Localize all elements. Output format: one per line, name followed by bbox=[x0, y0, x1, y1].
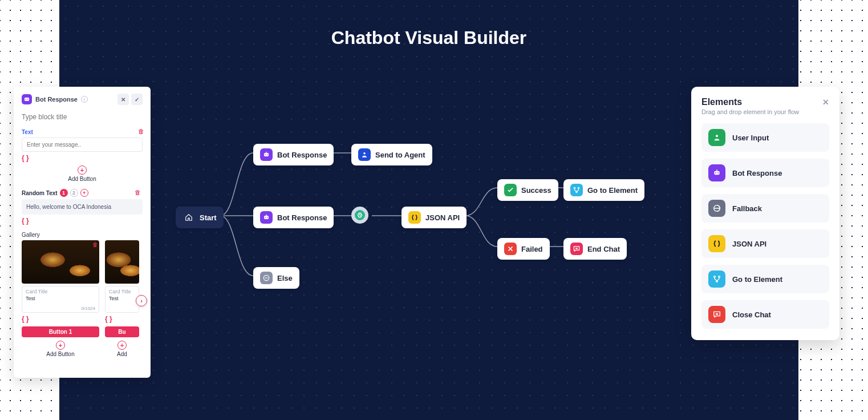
elements-subtitle: Drag and drop element in your flow bbox=[701, 108, 829, 115]
node-success[interactable]: Success bbox=[497, 179, 558, 201]
element-close-chat[interactable]: Close Chat bbox=[701, 300, 829, 329]
fallback-icon bbox=[708, 200, 725, 217]
random-variant-add[interactable]: + bbox=[80, 189, 88, 197]
node-failed[interactable]: Failed bbox=[497, 238, 550, 260]
variable-insert-icon[interactable]: { } bbox=[22, 315, 29, 323]
svg-point-15 bbox=[27, 99, 29, 100]
branch-icon bbox=[708, 270, 725, 288]
gallery-next-icon[interactable]: › bbox=[136, 295, 147, 306]
random-variant-1[interactable]: 1 bbox=[60, 189, 68, 197]
page-title: Chatbot Visual Builder bbox=[59, 27, 798, 49]
node-label: Bot Response bbox=[277, 213, 327, 222]
node-bot-response-1[interactable]: Bot Response bbox=[253, 144, 334, 165]
svg-rect-8 bbox=[266, 215, 266, 216]
svg-point-10 bbox=[574, 187, 575, 188]
node-label: Else bbox=[277, 274, 293, 282]
elements-title: Elements bbox=[701, 97, 742, 107]
svg-point-18 bbox=[715, 172, 716, 173]
bot-icon bbox=[260, 211, 273, 224]
add-button-label: Add Button bbox=[46, 351, 74, 357]
node-json-api[interactable]: JSON API bbox=[401, 207, 467, 228]
gallery-card-title: Card Title bbox=[109, 289, 135, 294]
trash-icon[interactable]: 🗑 bbox=[92, 241, 98, 248]
add-button-label: Add bbox=[117, 351, 127, 357]
close-button[interactable]: ✕ bbox=[117, 94, 129, 105]
svg-rect-17 bbox=[714, 171, 719, 175]
element-label: Bot Response bbox=[732, 169, 782, 177]
code-icon bbox=[408, 211, 421, 224]
gallery-card-text[interactable]: Test bbox=[26, 296, 95, 301]
node-label: JSON API bbox=[425, 213, 460, 222]
variable-insert-icon[interactable]: { } bbox=[22, 217, 29, 225]
message-input[interactable] bbox=[22, 138, 143, 152]
add-button-circle[interactable]: + bbox=[117, 341, 127, 350]
svg-point-7 bbox=[267, 217, 268, 218]
node-send-to-agent[interactable]: Send to Agent bbox=[351, 144, 432, 165]
char-counter: 0/1024 bbox=[26, 306, 95, 311]
svg-rect-0 bbox=[264, 153, 269, 156]
flow-canvas[interactable]: Chatbot Visual Builder Start bbox=[59, 0, 798, 420]
node-label: Go to Element bbox=[587, 186, 638, 195]
node-label: Send to Agent bbox=[375, 151, 425, 159]
gallery-card-2[interactable]: › Card Title Test { } Bu + Add bbox=[105, 240, 139, 357]
variable-insert-icon[interactable]: { } bbox=[22, 154, 29, 162]
add-button-label: Add Button bbox=[68, 176, 96, 182]
close-icon[interactable]: ✕ bbox=[822, 98, 829, 107]
editor-header-title: Bot Response bbox=[35, 96, 78, 103]
element-user-input[interactable]: User Input bbox=[701, 123, 829, 152]
svg-rect-5 bbox=[264, 216, 269, 219]
svg-point-4 bbox=[363, 152, 366, 155]
check-icon bbox=[504, 184, 517, 196]
element-json-api[interactable]: JSON API bbox=[701, 229, 829, 258]
home-icon bbox=[182, 211, 195, 224]
element-fallback[interactable]: Fallback bbox=[701, 194, 829, 223]
node-else[interactable]: Else bbox=[253, 267, 299, 289]
svg-point-2 bbox=[267, 154, 268, 155]
gallery-card-button[interactable]: Button 1 bbox=[22, 326, 99, 337]
gallery-card-1[interactable]: 🗑 Card Title Test 0/1024 { } Button 1 + … bbox=[22, 240, 99, 357]
gallery-image[interactable] bbox=[22, 240, 99, 284]
random-text-label: Random Text bbox=[22, 190, 58, 196]
svg-point-16 bbox=[716, 135, 718, 137]
svg-point-23 bbox=[719, 276, 720, 278]
info-icon[interactable]: i bbox=[81, 96, 88, 103]
user-input-icon bbox=[708, 129, 725, 146]
gallery-card-title: Card Title bbox=[26, 289, 95, 294]
block-title-input[interactable] bbox=[22, 111, 143, 123]
element-label: JSON API bbox=[732, 240, 766, 248]
bot-icon bbox=[708, 164, 725, 181]
svg-rect-13 bbox=[25, 98, 29, 101]
confirm-button[interactable]: ✓ bbox=[131, 94, 143, 105]
svg-point-19 bbox=[717, 172, 719, 173]
element-label: Go to Element bbox=[732, 275, 782, 284]
element-bot-response[interactable]: Bot Response bbox=[701, 159, 829, 187]
node-end-chat[interactable]: End Chat bbox=[563, 238, 627, 260]
text-section: Text 🗑 { } + Add Button bbox=[22, 129, 143, 182]
random-text-section: Random Text 1 2 + 🗑 Hello, welcome to OC… bbox=[22, 189, 143, 225]
gallery-card-text[interactable]: Test bbox=[109, 296, 135, 301]
node-bot-response-2[interactable]: Bot Response bbox=[253, 207, 334, 228]
add-button-circle[interactable]: + bbox=[56, 341, 65, 350]
trash-icon[interactable]: 🗑 bbox=[138, 128, 146, 136]
trash-icon[interactable]: 🗑 bbox=[135, 189, 143, 197]
node-label: Success bbox=[521, 186, 551, 195]
add-button-circle[interactable]: + bbox=[78, 165, 87, 175]
element-label: Fallback bbox=[732, 204, 762, 213]
agent-icon bbox=[358, 148, 371, 161]
variable-insert-icon[interactable]: { } bbox=[105, 315, 112, 323]
node-goto-element[interactable]: Go to Element bbox=[563, 179, 644, 201]
svg-point-6 bbox=[265, 217, 266, 218]
code-icon bbox=[708, 235, 725, 252]
elements-panel: Elements ✕ Drag and drop element in your… bbox=[691, 87, 839, 340]
element-goto[interactable]: Go to Element bbox=[701, 265, 829, 293]
random-variant-2[interactable]: 2 bbox=[70, 189, 78, 197]
node-start[interactable]: Start bbox=[176, 207, 224, 228]
gallery-image[interactable] bbox=[105, 240, 139, 284]
node-label: Start bbox=[200, 213, 217, 222]
random-text-value[interactable]: Hello, welcome to OCA Indonesia bbox=[22, 199, 143, 215]
bot-icon bbox=[260, 148, 273, 161]
flow-hub[interactable] bbox=[351, 207, 368, 224]
node-label: End Chat bbox=[587, 245, 620, 253]
gallery-card-button[interactable]: Bu bbox=[105, 326, 139, 337]
chat-close-icon bbox=[570, 243, 583, 255]
